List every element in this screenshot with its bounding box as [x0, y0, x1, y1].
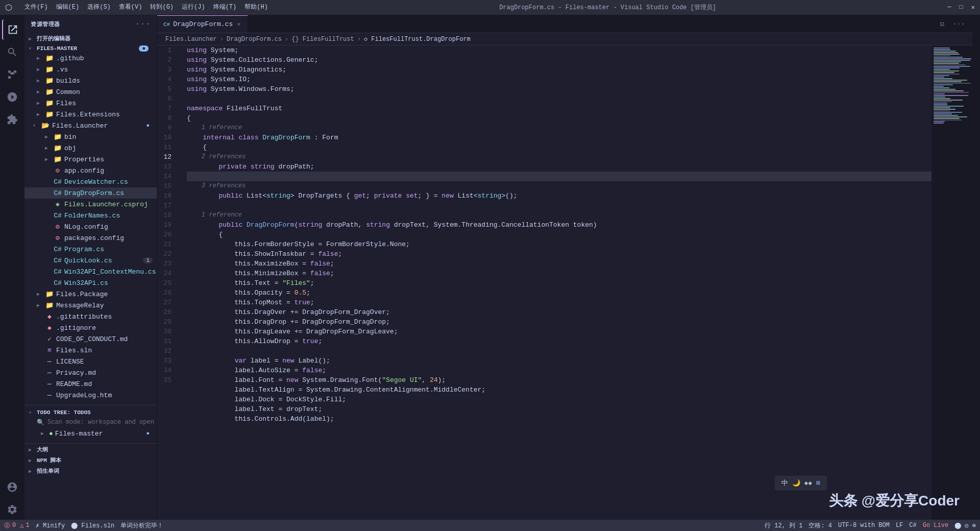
code-line[interactable] — [187, 346, 932, 356]
tree-packages[interactable]: ▶ ⚙ packages.config — [24, 232, 157, 244]
activity-account[interactable] — [2, 477, 22, 497]
code-line[interactable]: namespace FilesFullTrust — [187, 104, 932, 113]
status-errors[interactable]: ⓪ 0 △ 1 — [4, 521, 30, 530]
lang-arrows[interactable]: ◈◈ — [804, 479, 813, 487]
code-line[interactable]: { — [187, 142, 932, 152]
code-line[interactable]: this.Text = "Files"; — [187, 278, 932, 288]
tree-win32api[interactable]: ▶ C# Win32APi.cs — [24, 277, 157, 288]
activity-settings[interactable] — [2, 499, 22, 520]
activity-debug[interactable] — [2, 87, 22, 107]
tree-properties[interactable]: ▶ 📁 Properties — [24, 154, 157, 165]
tree-privacy[interactable]: ▶ ─ Privacy.md — [24, 367, 157, 378]
word-section[interactable]: ▶ 招生单词 — [24, 465, 157, 476]
breadcrumb-launcher[interactable]: Files.Launcher — [165, 36, 217, 43]
tree-vs[interactable]: ▶ 📁 .vs — [24, 64, 157, 75]
menu-edit[interactable]: 编辑(E) — [56, 3, 80, 13]
code-line[interactable]: public DragDropForm(string dropPath, str… — [187, 220, 932, 230]
tree-common[interactable]: ▶ 📁 Common — [24, 86, 157, 98]
activity-extensions[interactable] — [2, 109, 22, 130]
code-line[interactable]: using System.Windows.Forms; — [187, 84, 932, 94]
tree-nlog[interactable]: ▶ ⚙ NLog.config — [24, 221, 157, 232]
tree-files[interactable]: ▶ 📁 Files — [24, 98, 157, 109]
tree-foldernames[interactable]: ▶ C# FolderNames.cs — [24, 210, 157, 221]
code-line[interactable] — [187, 94, 932, 104]
code-line[interactable]: label.TextAlign = System.Drawing.Content… — [187, 385, 932, 395]
code-line[interactable]: this.TopMost = true; — [187, 298, 932, 307]
tree-bin[interactable]: ▶ 📁 bin — [24, 131, 157, 142]
minimize-button[interactable]: — — [947, 4, 951, 11]
status-icons[interactable]: ⬤ ◎ ⊕ — [954, 522, 976, 529]
code-line[interactable]: using System; — [187, 45, 932, 55]
breadcrumb-file[interactable]: DragDropForm.cs — [227, 36, 282, 43]
activity-git[interactable] — [2, 64, 22, 85]
code-line[interactable]: this.FormBorderStyle = FormBorderStyle.N… — [187, 239, 932, 249]
menu-help[interactable]: 帮助(H) — [244, 3, 268, 13]
code-line[interactable]: using System.Collections.Generic; — [187, 55, 932, 65]
status-eol[interactable]: LF — [896, 522, 903, 529]
status-spaces[interactable]: 空格: 4 — [808, 521, 832, 530]
tree-filesext[interactable]: ▶ 📁 Files.Extensions — [24, 109, 157, 120]
tree-appconfig[interactable]: ▶ ⚙ app.config — [24, 165, 157, 176]
lang-zh[interactable]: 中 — [781, 478, 788, 488]
tree-upgradelog[interactable]: ▶ ─ UpgradeLog.htm — [24, 390, 157, 401]
open-editors-section[interactable]: ▶ 打开的编辑器 — [24, 33, 157, 43]
tree-filespackage[interactable]: ▶ 📁 Files.Package — [24, 288, 157, 300]
tree-gitattributes[interactable]: ▶ ◆ .gitattributes — [24, 311, 157, 322]
tree-obj[interactable]: ▶ 📁 obj — [24, 142, 157, 154]
todo-section[interactable]: ▾ TODO TREE: TODOS — [24, 407, 157, 417]
code-line[interactable]: this.MaximizeBox = false; — [187, 259, 932, 269]
tree-license[interactable]: ▶ ─ LICENSE — [24, 356, 157, 367]
tree-devicewatcher[interactable]: ▶ C# DeviceWatcher.cs — [24, 176, 157, 187]
code-line[interactable]: label.Text = dropText; — [187, 404, 932, 414]
tree-codeofconduct[interactable]: ▶ ✓ CODE_OF_CONDUCT.md — [24, 333, 157, 345]
code-line[interactable]: this.DragOver += DragDropForm_DragOver; — [187, 307, 932, 317]
outline-section[interactable]: ▶ 大纲 — [24, 444, 157, 454]
files-master-section[interactable]: ▾ FILES-MASTER ● — [24, 43, 157, 53]
tree-win32context[interactable]: ▶ C# Win32API_ContextMenu.cs — [24, 266, 157, 277]
code-line[interactable]: this.AllowDrop = true; — [187, 336, 932, 346]
menu-select[interactable]: 选择(S) — [87, 3, 111, 13]
maximize-button[interactable]: □ — [960, 4, 963, 11]
code-line[interactable]: using System.Diagnostics; — [187, 65, 932, 75]
code-line[interactable]: this.Opacity = 0.5; — [187, 288, 932, 298]
code-line[interactable]: private string dropPath; — [187, 162, 932, 172]
menu-bar[interactable]: ⬡ 文件(F) 编辑(E) 选择(S) 查看(V) 转到(G) 运行(J) 终端… — [5, 3, 268, 13]
menu-terminal[interactable]: 终端(T) — [213, 3, 237, 13]
code-content[interactable]: using System;using System.Collections.Ge… — [183, 45, 932, 520]
tree-builds[interactable]: ▶ 📁 builds — [24, 75, 157, 86]
status-minify[interactable]: ✗ Minify — [36, 522, 65, 529]
status-wordanalysis[interactable]: 单词分析完毕！ — [120, 521, 163, 530]
close-button[interactable]: ✕ — [971, 4, 975, 11]
tree-gitignore[interactable]: ▶ ◆ .gitignore — [24, 322, 157, 333]
code-line[interactable]: using System.IO; — [187, 75, 932, 84]
tree-filessln[interactable]: ▶ ≡ Files.sln — [24, 345, 157, 356]
code-line[interactable]: this.ShowInTaskbar = false; — [187, 249, 932, 259]
code-line[interactable]: this.Controls.Add(label); — [187, 414, 932, 424]
breadcrumb-namespace[interactable]: {} FilesFullTrust — [291, 36, 354, 43]
code-line[interactable]: internal class DragDropForm : Form — [187, 133, 932, 142]
menu-goto[interactable]: 转到(G) — [150, 3, 174, 13]
activity-search[interactable] — [2, 42, 22, 62]
status-language[interactable]: C# — [909, 522, 916, 529]
more-actions-button[interactable]: ··· — [949, 19, 968, 30]
code-line[interactable]: this.DragLeave += DragDropForm_DragLeave… — [187, 327, 932, 336]
status-encoding[interactable]: UTF-8 with BOM — [838, 522, 890, 529]
status-position[interactable]: 行 12, 列 1 — [765, 521, 802, 530]
tree-fileslauncher[interactable]: ▾ 📂 Files.Launcher ● — [24, 120, 157, 131]
code-line[interactable]: this.MinimizeBox = false; — [187, 269, 932, 278]
window-controls[interactable]: — □ ✕ — [947, 4, 975, 11]
code-line[interactable]: { — [187, 230, 932, 239]
menu-file[interactable]: 文件(F) — [24, 3, 48, 13]
tree-dragdropform[interactable]: ▶ C# DragDropForm.cs — [24, 187, 157, 199]
tree-messagerelay[interactable]: ▶ 📁 MessageRelay — [24, 300, 157, 311]
tab-close-button[interactable]: ✕ — [236, 19, 241, 29]
activity-explorer[interactable] — [2, 19, 22, 40]
code-line[interactable] — [187, 172, 932, 181]
tree-github[interactable]: ▶ 📁 .github — [24, 53, 157, 64]
lang-grid[interactable]: ⊞ — [816, 479, 820, 487]
code-line[interactable]: label.AutoSize = false; — [187, 366, 932, 375]
tab-dragdropform[interactable]: C# DragDropForm.cs ✕ — [157, 15, 248, 33]
code-line[interactable]: label.Dock = DockStyle.Fill; — [187, 395, 932, 404]
code-line[interactable]: var label = new Label(); — [187, 356, 932, 366]
code-line[interactable]: public List<string> DropTargets { get; p… — [187, 191, 932, 201]
